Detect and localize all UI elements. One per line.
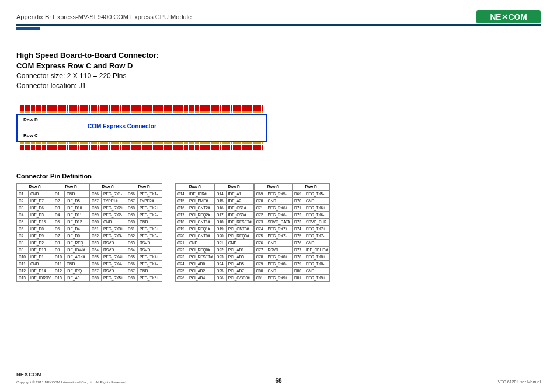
appendix-title: Appendix B: Express-MV-SL9400 COM Expres… <box>16 13 192 20</box>
row-d-label: Row D <box>23 117 38 123</box>
table-row: C56PEG_RX1-D56PEG_TX1- <box>90 190 162 197</box>
table-row: C11GNDD11GND <box>17 260 89 267</box>
table-row: C76GNDD76GND <box>254 239 330 246</box>
table-row: C70GNDD70GND <box>254 197 330 204</box>
table-1: Row CRow DC1GNDD1GNDC2IDE_D7D2IDE_D5C3ID… <box>16 183 89 282</box>
table-row: C16PCI_GNT2#D16IDE_CS1# <box>176 204 254 211</box>
table-row: C75PEG_RX7-D75PEG_TX7- <box>254 232 330 239</box>
table-row: C7IDE_D9D7IDE_D0 <box>17 232 89 239</box>
table-row: C66PEG_RX4-D66PEG_TX4- <box>90 260 162 267</box>
pins-bottom-red <box>16 145 267 150</box>
table-row: C73SDVO_DATAD73SDVO_CLK <box>254 218 330 225</box>
table-row: C12IDE_D14D12IDE_IRQ <box>17 267 89 274</box>
header-accent <box>16 27 40 30</box>
col-row-c: Row C <box>176 183 215 190</box>
table-row: C18PCI_GNT1#D18IDE_RESET# <box>176 218 254 225</box>
table-row: C10IDE_D1D10IDE_ACK# <box>17 253 89 260</box>
svg-text:NE✕COM: NE✕COM <box>490 13 527 22</box>
table-row: C25PCI_AD2D25PCI_AD7 <box>176 267 254 274</box>
table-row: C80GNDD80GND <box>254 267 330 274</box>
section-title-2: COM Express Row C and Row D <box>16 61 541 71</box>
page-footer: NE✕COM Copyright © 2011 NEXCOM Internati… <box>16 370 541 384</box>
table-row: C81PEG_RX9+D81PEG_TX9+ <box>254 274 330 281</box>
table-row: C5IDE_D15D5IDE_D12 <box>17 218 89 225</box>
table-row: C57TYPE1#D57TYPE2# <box>90 197 162 204</box>
table-row: C17PCI_REQ2#D17IDE_CS3# <box>176 211 254 218</box>
connector-label: COM Express Connector <box>88 123 156 130</box>
table-row: C74PEG_RX7+D74PEG_TX7+ <box>254 225 330 232</box>
table-row: C9IDE_D13D9IDE_IOW# <box>17 246 89 253</box>
manual-name: VTC 6120 User Manual <box>498 380 541 384</box>
col-row-c: Row C <box>90 183 126 190</box>
connector-size: Connector size: 2 X 110 = 220 Pins <box>16 71 541 81</box>
table-row: C14IDE_IOR#D14IDE_A1 <box>176 190 254 197</box>
table-row: C64RSVDD64RSVD <box>90 246 162 253</box>
table-row: C15PCI_PME#D15IDE_A2 <box>176 197 254 204</box>
table-row: C68PEG_RX5+D68PEG_TX5+ <box>90 274 162 281</box>
col-row-d: Row D <box>292 183 329 190</box>
table-row: C69PEG_RX5-D69PEG_TX5- <box>254 190 330 197</box>
connector-location: Connector location: J1 <box>16 81 541 91</box>
table-row: C77RSVDD77IDE_CBLID# <box>254 246 330 253</box>
nexcom-logo: NE✕COM <box>476 10 541 23</box>
table-row: C65PEG_RX4+D65PEG_TX4+ <box>90 253 162 260</box>
table-row: C72PEG_RX6-D72PEG_TX6- <box>254 211 330 218</box>
section-title-1: High Speed Board-to-Board Connector: <box>16 50 541 61</box>
copyright-text: Copyright © 2011 NEXCOM International Co… <box>16 380 127 384</box>
pins-top-red <box>16 105 267 111</box>
table-row: C63RSVDD63RSVD <box>90 239 162 246</box>
table-row: C21GNDD21GND <box>176 239 254 246</box>
col-row-c: Row C <box>254 183 292 190</box>
table-3: Row CRow DC14IDE_IOR#D14IDE_A1C15PCI_PME… <box>175 183 254 282</box>
table-row: C1GNDD1GND <box>17 190 89 197</box>
table-row: C62PEG_RX3-D62PEG_TX3- <box>90 232 162 239</box>
svg-text:NE✕COM: NE✕COM <box>16 371 41 377</box>
connector-body: Row D COM Express Connector Row C <box>16 114 267 142</box>
table-row: C13IDE_IORDYD13IDE_A0 <box>17 274 89 281</box>
table-row: C71PEG_RX6+D71PEG_TX6+ <box>254 204 330 211</box>
table-row: C8IDE_D2D8IDE_REQ <box>17 239 89 246</box>
pins-top-gold <box>16 111 267 113</box>
col-row-c: Row C <box>17 183 53 190</box>
col-row-d: Row D <box>214 183 253 190</box>
table-row: C67RSVDD67GND <box>90 267 162 274</box>
table-row: C79PEG_RX8-D79PEG_TX8- <box>254 260 330 267</box>
footer-logo: NE✕COM <box>16 370 127 380</box>
table-row: C22PCI_REQ0#D22PCI_AD1 <box>176 246 254 253</box>
table-row: C58PEG_RX2+D58PEG_TX2+ <box>90 204 162 211</box>
row-c-label: Row C <box>23 133 38 138</box>
table-row: C61PEG_RX3+D61PEG_TX3+ <box>90 225 162 232</box>
table-row: C4IDE_D3D4IDE_D11 <box>17 211 89 218</box>
table-row: C19PCI_REQ1#D19PCI_GNT3# <box>176 225 254 232</box>
table-row: C2IDE_D7D2IDE_D5 <box>17 197 89 204</box>
col-row-d: Row D <box>53 183 89 190</box>
col-row-d: Row D <box>126 183 162 190</box>
table-4: Row CRow DC69PEG_RX5-D69PEG_TX5-C70GNDD7… <box>254 183 330 282</box>
table-row: C20PCI_GNT0#D20PCI_REQ3# <box>176 232 254 239</box>
page-number: 68 <box>275 377 281 384</box>
table-row: C23PCI_RESET#D23PCI_AD3 <box>176 253 254 260</box>
table-row: C26PCI_AD4D26PCI_C/BE0# <box>176 274 254 281</box>
table-row: C6IDE_D8D6IDE_D4 <box>17 225 89 232</box>
connector-diagram: Row D COM Express Connector Row C <box>16 105 267 150</box>
table-row: C59PEG_RX2-D59PEG_TX2- <box>90 211 162 218</box>
table-row: C24PCI_AD0D24PCI_AD5 <box>176 260 254 267</box>
table-row: C60GNDD60GND <box>90 218 162 225</box>
page-header: Appendix B: Express-MV-SL9400 COM Expres… <box>16 10 541 26</box>
pin-tables: Row CRow DC1GNDD1GNDC2IDE_D7D2IDE_D5C3ID… <box>16 183 541 282</box>
table-row: C3IDE_D6D3IDE_D10 <box>17 204 89 211</box>
table-2: Row CRow DC56PEG_RX1-D56PEG_TX1-C57TYPE1… <box>89 183 162 282</box>
pin-definition-title: Connector Pin Definition <box>16 173 541 180</box>
table-row: C78PEG_RX8+D78PEG_TX8+ <box>254 253 330 260</box>
pins-bottom-gold <box>16 142 267 144</box>
